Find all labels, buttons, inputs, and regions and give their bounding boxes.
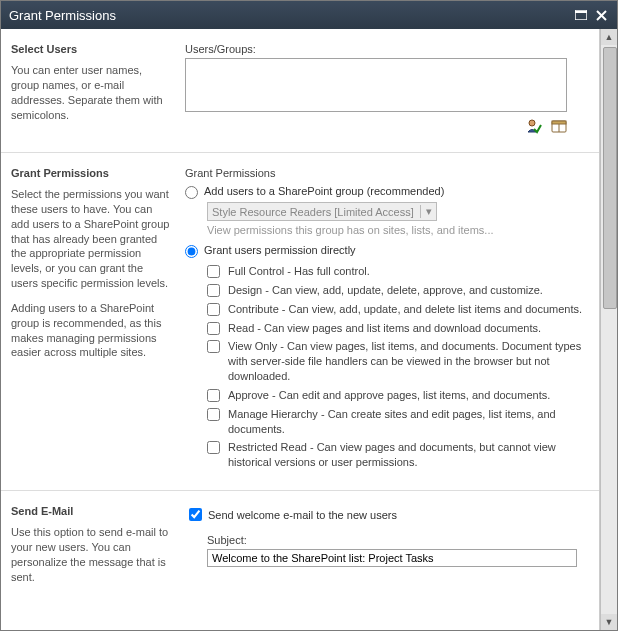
perm-view-only-checkbox[interactable]: [207, 340, 220, 353]
select-users-desc: You can enter user names, group names, o…: [11, 63, 171, 122]
perm-contribute-checkbox[interactable]: [207, 303, 220, 316]
browse-icon[interactable]: [551, 118, 567, 134]
perm-manage-hierarchy: Manage Hierarchy - Can create sites and …: [207, 407, 589, 437]
users-groups-label: Users/Groups:: [185, 43, 589, 55]
people-picker-icons: [185, 118, 567, 136]
email-leftcol: Send E-Mail Use this option to send e-ma…: [11, 505, 171, 594]
select-users-rightcol: Users/Groups:: [185, 43, 589, 136]
perm-design: Design - Can view, add, update, delete, …: [207, 283, 589, 298]
check-names-icon[interactable]: [526, 118, 542, 134]
email-desc: Use this option to send e-mail to your n…: [11, 525, 171, 584]
send-welcome-row: Send welcome e-mail to the new users: [185, 505, 589, 524]
chevron-down-icon: ▾: [420, 205, 432, 218]
scroll-thumb[interactable]: [603, 47, 617, 309]
perm-view-only-label: View Only - Can view pages, list items, …: [228, 339, 589, 384]
perm-full-control: Full Control - Has full control.: [207, 264, 589, 279]
grant-right-heading: Grant Permissions: [185, 167, 589, 179]
perm-view-only: View Only - Can view pages, list items, …: [207, 339, 589, 384]
select-users-leftcol: Select Users You can enter user names, g…: [11, 43, 171, 132]
subject-label: Subject:: [207, 534, 589, 546]
email-sub: Subject:: [207, 534, 589, 567]
users-groups-input[interactable]: [185, 58, 567, 112]
radio-grant-direct[interactable]: [185, 245, 198, 258]
perm-approve-checkbox[interactable]: [207, 389, 220, 402]
perm-read: Read - Can view pages and list items and…: [207, 321, 589, 336]
svg-point-4: [529, 120, 535, 126]
email-heading: Send E-Mail: [11, 505, 171, 517]
dialog-title: Grant Permissions: [9, 8, 569, 23]
radio-add-to-group-row: Add users to a SharePoint group (recomme…: [185, 185, 589, 199]
grant-leftcol: Grant Permissions Select the permissions…: [11, 167, 171, 370]
perm-design-checkbox[interactable]: [207, 284, 220, 297]
perm-approve-label: Approve - Can edit and approve pages, li…: [228, 388, 589, 403]
section-grant-permissions: Grant Permissions Select the permissions…: [1, 152, 599, 490]
perm-restricted-read-checkbox[interactable]: [207, 441, 220, 454]
maximize-icon[interactable]: [573, 7, 589, 23]
select-users-heading: Select Users: [11, 43, 171, 55]
permission-levels: Full Control - Has full control. Design …: [207, 264, 589, 470]
perm-full-control-label: Full Control - Has full control.: [228, 264, 589, 279]
perm-manage-hierarchy-label: Manage Hierarchy - Can create sites and …: [228, 407, 589, 437]
send-welcome-checkbox[interactable]: [189, 508, 202, 521]
titlebar: Grant Permissions: [1, 1, 617, 29]
content-scroll: Select Users You can enter user names, g…: [1, 29, 600, 630]
perm-design-label: Design - Can view, add, update, delete, …: [228, 283, 589, 298]
radio-add-to-group[interactable]: [185, 186, 198, 199]
scroll-down-arrow[interactable]: ▼: [601, 614, 617, 630]
vertical-scrollbar[interactable]: ▲ ▼: [600, 29, 617, 630]
group-permissions-link[interactable]: View permissions this group has on sites…: [207, 224, 589, 236]
close-icon[interactable]: [593, 7, 609, 23]
radio-direct-row: Grant users permission directly: [185, 244, 589, 258]
grant-desc2: Adding users to a SharePoint group is re…: [11, 301, 171, 360]
scroll-up-arrow[interactable]: ▲: [601, 29, 617, 45]
perm-restricted-read: Restricted Read - Can view pages and doc…: [207, 440, 589, 470]
radio-add-to-group-label: Add users to a SharePoint group (recomme…: [204, 185, 444, 197]
perm-restricted-read-label: Restricted Read - Can view pages and doc…: [228, 440, 589, 470]
perm-contribute: Contribute - Can view, add, update, and …: [207, 302, 589, 317]
perm-read-label: Read - Can view pages and list items and…: [228, 321, 589, 336]
section-send-email: Send E-Mail Use this option to send e-ma…: [1, 490, 599, 610]
perm-read-checkbox[interactable]: [207, 322, 220, 335]
group-sub: Style Resource Readers [Limited Access] …: [207, 202, 589, 236]
grant-desc1: Select the permissions you want these us…: [11, 187, 171, 291]
group-select[interactable]: Style Resource Readers [Limited Access] …: [207, 202, 437, 221]
grant-permissions-dialog: Grant Permissions Select Users You can e…: [0, 0, 618, 631]
subject-input[interactable]: [207, 549, 577, 567]
perm-approve: Approve - Can edit and approve pages, li…: [207, 388, 589, 403]
perm-contribute-label: Contribute - Can view, add, update, and …: [228, 302, 589, 317]
radio-grant-direct-label: Grant users permission directly: [204, 244, 356, 256]
dialog-body: Select Users You can enter user names, g…: [1, 29, 617, 630]
send-welcome-label: Send welcome e-mail to the new users: [208, 509, 397, 521]
grant-heading: Grant Permissions: [11, 167, 171, 179]
perm-full-control-checkbox[interactable]: [207, 265, 220, 278]
perm-manage-hierarchy-checkbox[interactable]: [207, 408, 220, 421]
email-rightcol: Send welcome e-mail to the new users Sub…: [185, 505, 589, 567]
grant-rightcol: Grant Permissions Add users to a SharePo…: [185, 167, 589, 474]
group-select-value: Style Resource Readers [Limited Access]: [212, 206, 414, 218]
section-select-users: Select Users You can enter user names, g…: [1, 29, 599, 152]
svg-rect-6: [552, 121, 566, 124]
